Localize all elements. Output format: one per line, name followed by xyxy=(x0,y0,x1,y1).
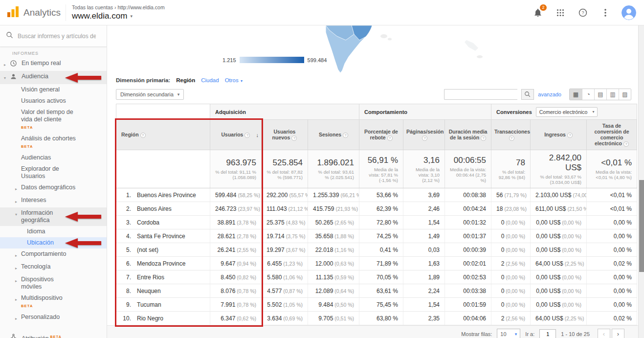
help-icon[interactable]: ? xyxy=(140,133,146,138)
region-link[interactable]: Buenos Aires Province xyxy=(137,192,196,199)
region-link[interactable]: (not set) xyxy=(137,247,158,253)
geo-map[interactable] xyxy=(107,25,638,73)
table-view-icon[interactable]: ▦ xyxy=(570,89,582,100)
sidebar-item-valor-del-tiempo-de-vida-del-cliente[interactable]: Valor del tiempo de vida del clienteBETA xyxy=(0,107,107,133)
cell-ingresos: 0,00 US$(0,00 %) xyxy=(531,216,587,229)
clock-icon xyxy=(10,60,22,69)
percentage-view-icon[interactable]: ◔ xyxy=(582,89,594,100)
sidebar-item-personalizado[interactable]: ▸Personalizado xyxy=(0,312,107,324)
sidebar-item-audiencias[interactable]: Audiencias xyxy=(0,152,107,163)
sidebar-item-atribucion[interactable]: AtribuciónBETA xyxy=(0,331,107,338)
cell-duracion-media-de-la-sesion: 00:02:53 xyxy=(445,270,491,284)
sidebar-item-informacion-geografica[interactable]: ▾Información geográfica xyxy=(0,207,107,226)
help-icon[interactable]: ? xyxy=(387,135,393,141)
sidebar-item-analisis-de-cohortes[interactable]: Análisis de cohortesBETA xyxy=(0,133,107,152)
scrollbar-thumb[interactable] xyxy=(639,180,644,272)
chevron-right-icon[interactable]: ▸ xyxy=(15,314,21,322)
help-icon[interactable]: ? xyxy=(567,133,573,138)
region-link[interactable]: Cordoba xyxy=(137,219,159,226)
col-header-tasa-de-conversion-de-comercio-electronico[interactable]: Tasa de conversión de comercio electróni… xyxy=(587,120,637,150)
sidebar-item-multidispositivo[interactable]: ▸MultidispositivoBETA xyxy=(0,293,107,312)
account-selector[interactable]: www.eldia.com ▾ xyxy=(72,11,165,21)
col-header-paginas-sesion[interactable]: Páginas/sesión? xyxy=(403,120,445,150)
help-icon[interactable]: ? xyxy=(291,135,297,141)
cell-value: 1,54 xyxy=(428,219,440,226)
sidebar-item-en-tiempo-real[interactable]: ▸En tiempo real xyxy=(0,58,107,71)
more-menu-button[interactable] xyxy=(599,6,612,19)
col-header-duracion-media-de-la-sesion[interactable]: Duración media de la sesión? xyxy=(445,120,491,150)
comparison-view-icon[interactable]: ▥ xyxy=(606,89,619,100)
sidebar-item-explorador-de-usuarios[interactable]: Explorador de Usuarios xyxy=(0,163,107,182)
goto-page-input[interactable] xyxy=(539,329,556,338)
sidebar-item-vision-general[interactable]: Visión general xyxy=(0,84,107,95)
cell-paginas-sesion: 1,54 xyxy=(403,216,445,229)
col-header-usuarios[interactable]: Usuarios?↓ xyxy=(210,120,262,150)
dimension-option-otros[interactable]: Otros ▾ xyxy=(225,77,243,83)
sidebar-item-ubicacion[interactable]: Ubicación xyxy=(0,237,107,248)
chevron-right-icon[interactable]: ▸ xyxy=(4,60,10,68)
sidebar-item-comportamiento[interactable]: ▸Comportamiento xyxy=(0,248,107,261)
search-input[interactable] xyxy=(18,33,96,40)
sidebar-item-usuarios-activos[interactable]: Usuarios activos xyxy=(0,95,107,107)
help-button[interactable]: ? xyxy=(577,6,589,19)
col-header-transacciones[interactable]: Transacciones? xyxy=(491,120,531,150)
notifications-button[interactable]: 2 xyxy=(532,6,544,19)
help-icon[interactable]: ? xyxy=(481,135,486,141)
sidebar-item-audiencia[interactable]: ▾Audiencia xyxy=(0,71,107,84)
region-link[interactable]: Neuquen xyxy=(137,288,161,294)
region-link[interactable]: Buenos Aires xyxy=(137,205,172,212)
sidebar-item-dispositivos-moviles[interactable]: ▸Dispositivos móviles xyxy=(0,274,107,293)
cell-transacciones: 0(0,00 %) xyxy=(491,298,531,312)
col-header-usuarios-nuevos[interactable]: Usuarios nuevos? xyxy=(262,120,308,150)
analytics-logo[interactable]: Analytics xyxy=(0,6,66,20)
help-icon[interactable]: ? xyxy=(343,133,348,138)
col-header-ingresos[interactable]: Ingresos? xyxy=(531,120,587,150)
beta-badge: BETA xyxy=(50,335,62,338)
chevron-right-icon[interactable]: ▸ xyxy=(15,197,21,205)
sidebar-item-intereses[interactable]: ▸Intereses xyxy=(0,195,107,207)
apps-grid-button[interactable] xyxy=(554,6,567,19)
region-link[interactable]: Santa Fe Province xyxy=(137,233,185,240)
prev-page-button[interactable]: ‹ xyxy=(598,329,610,338)
sidebar-search[interactable] xyxy=(0,25,107,47)
performance-view-icon[interactable]: ▤ xyxy=(594,89,606,100)
chevron-down-icon[interactable]: ▾ xyxy=(15,209,21,218)
table-row: 6.Mendoza Province9.647(0,94 %)6.455(1,2… xyxy=(116,257,637,270)
col-header-sesiones[interactable]: Sesiones? xyxy=(308,120,359,150)
help-icon[interactable]: ? xyxy=(509,135,514,141)
region-link[interactable]: Tucuman xyxy=(137,301,161,308)
region-link[interactable]: Rio Negro xyxy=(137,315,163,322)
advanced-filter-link[interactable]: avanzado xyxy=(538,91,561,97)
chevron-right-icon[interactable]: ▸ xyxy=(15,276,21,285)
vertical-scrollbar[interactable] xyxy=(638,25,644,338)
next-page-button[interactable]: › xyxy=(612,329,624,338)
col-header-region[interactable]: Región? xyxy=(116,120,210,150)
help-icon[interactable]: ? xyxy=(623,141,629,147)
totals-region-cell xyxy=(116,150,210,188)
secondary-dimension-button[interactable]: Dimensión secundaria ▾ xyxy=(116,89,184,100)
sidebar-item-datos-demograficos[interactable]: ▸Datos demográficos xyxy=(0,182,107,195)
pivot-view-icon[interactable]: ▨ xyxy=(619,89,631,100)
cell-value: 1,54 xyxy=(428,301,440,308)
sidebar-item-idioma[interactable]: Idioma xyxy=(0,226,107,237)
help-icon[interactable]: ? xyxy=(422,135,427,141)
table-search-button[interactable] xyxy=(521,89,534,100)
dimension-option-ciudad[interactable]: Ciudad xyxy=(201,77,219,83)
avatar[interactable] xyxy=(622,5,636,20)
rows-per-page-select[interactable]: 10 ▾ xyxy=(497,329,520,338)
chevron-right-icon[interactable]: ▸ xyxy=(15,184,21,193)
chevron-right-icon[interactable]: ▸ xyxy=(15,294,21,303)
chevron-right-icon[interactable]: ▸ xyxy=(15,250,21,259)
cell-porcentaje-de-rebote: 72,80 % xyxy=(359,216,403,229)
region-link[interactable]: Entre Rios xyxy=(137,274,164,281)
sidebar-item-tecnologia[interactable]: ▸Tecnología xyxy=(0,261,107,274)
breadcrumb[interactable]: Todas las cuentas › http://www.eldia.com xyxy=(72,4,165,10)
dimension-option-region[interactable]: Región xyxy=(176,77,195,83)
help-icon[interactable]: ? xyxy=(244,133,250,138)
ecommerce-selector[interactable]: Comercio electrónico▾ xyxy=(536,107,598,117)
region-link[interactable]: Mendoza Province xyxy=(137,260,185,267)
col-header-porcentaje-de-rebote[interactable]: Porcentaje de rebote? xyxy=(359,120,403,150)
chevron-down-icon[interactable]: ▾ xyxy=(4,73,10,82)
table-search-input[interactable] xyxy=(444,89,517,100)
chevron-right-icon[interactable]: ▸ xyxy=(15,263,21,272)
